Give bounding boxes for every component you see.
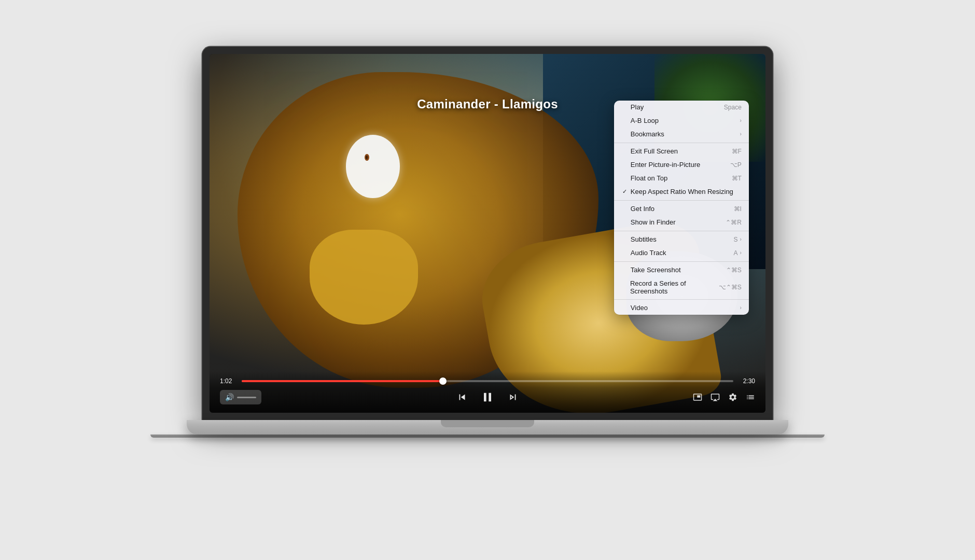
menu-item-float-top[interactable]: Float on Top ⌘T xyxy=(614,172,749,185)
menu-item-exit-fullscreen[interactable]: Exit Full Screen ⌘F xyxy=(614,145,749,158)
video-background: Caminander - Llamigos Play Space xyxy=(210,54,765,413)
menu-item-bookmarks[interactable]: Bookmarks › xyxy=(614,128,749,141)
menu-check-keep-aspect: ✓ xyxy=(621,188,629,195)
controls-right xyxy=(693,393,755,402)
menu-label-screenshot-series: Record a Series of Screenshots xyxy=(630,279,719,295)
progress-track[interactable] xyxy=(242,380,733,382)
menu-item-show-finder[interactable]: Show in Finder ⌃⌘R xyxy=(614,216,749,229)
menu-shortcut-exit-fullscreen: ⌘F xyxy=(732,148,742,155)
menu-sep-1 xyxy=(614,143,749,143)
menu-sep-4 xyxy=(614,261,749,262)
controls-left: 🔊 xyxy=(220,390,261,404)
menu-arrow-audio-track: › xyxy=(740,250,742,256)
laptop-screen: Caminander - Llamigos Play Space xyxy=(210,54,765,413)
menu-shortcut-subtitles: S xyxy=(733,236,737,243)
menu-shortcut-show-finder: ⌃⌘R xyxy=(726,219,742,226)
menu-item-play[interactable]: Play Space xyxy=(614,101,749,114)
laptop-notch xyxy=(441,420,534,427)
total-time: 2:30 xyxy=(739,377,755,385)
settings-button[interactable] xyxy=(728,393,737,402)
menu-shortcut-pip: ⌥P xyxy=(730,161,742,169)
laptop-base xyxy=(187,420,788,435)
menu-item-subtitles[interactable]: Subtitles S › xyxy=(614,233,749,246)
menu-shortcut-float-top: ⌘T xyxy=(732,175,742,182)
skip-fwd-button[interactable] xyxy=(507,391,519,403)
menu-item-video[interactable]: Video › xyxy=(614,301,749,315)
menu-arrow-video: › xyxy=(740,305,742,311)
menu-label-bookmarks: Bookmarks xyxy=(631,130,664,138)
menu-label-float-top: Float on Top xyxy=(631,174,667,182)
skip-back-button[interactable] xyxy=(456,391,468,403)
menu-arrow-bookmarks: › xyxy=(740,131,742,137)
video-title: Caminander - Llamigos xyxy=(417,97,558,111)
menu-sep-2 xyxy=(614,200,749,201)
context-menu: Play Space A-B Loop › xyxy=(614,101,749,315)
menu-label-screenshot: Take Screenshot xyxy=(631,266,681,274)
progress-fill xyxy=(242,380,443,382)
menu-label-get-info: Get Info xyxy=(631,205,654,213)
menu-label-audio-track: Audio Track xyxy=(631,249,666,257)
laptop-feet xyxy=(150,435,825,438)
animal-eye-white xyxy=(346,135,400,198)
menu-item-get-info[interactable]: Get Info ⌘I xyxy=(614,202,749,216)
player-controls: 1:02 2:30 🔊 xyxy=(210,371,765,413)
menu-label-ab-loop: A-B Loop xyxy=(631,117,659,124)
airplay-button[interactable] xyxy=(711,393,720,402)
menu-item-audio-track[interactable]: Audio Track A › xyxy=(614,246,749,260)
pause-button[interactable] xyxy=(480,390,495,404)
eye-center xyxy=(366,156,368,159)
progress-thumb xyxy=(439,377,447,385)
menu-item-ab-loop[interactable]: A-B Loop › xyxy=(614,114,749,128)
menu-shortcut-screenshot: ⌃⌘S xyxy=(726,267,742,274)
menu-label-pip: Enter Picture-in-Picture xyxy=(631,161,700,169)
menu-label-video: Video xyxy=(631,304,648,312)
menu-item-pip[interactable]: Enter Picture-in-Picture ⌥P xyxy=(614,158,749,172)
menu-arrow-ab-loop: › xyxy=(740,118,742,123)
laptop-screen-outer: Caminander - Llamigos Play Space xyxy=(202,47,773,420)
animal-eye-pupil xyxy=(365,154,369,161)
menu-shortcut-screenshot-series: ⌥⌃⌘S xyxy=(719,284,742,291)
volume-button[interactable]: 🔊 xyxy=(220,390,261,404)
progress-bar-row: 1:02 2:30 xyxy=(220,377,755,385)
menu-item-screenshot-series[interactable]: Record a Series of Screenshots ⌥⌃⌘S xyxy=(614,277,749,298)
menu-sep-3 xyxy=(614,231,749,231)
volume-icon: 🔊 xyxy=(225,393,234,401)
menu-item-screenshot[interactable]: Take Screenshot ⌃⌘S xyxy=(614,263,749,277)
menu-label-exit-fullscreen: Exit Full Screen xyxy=(631,147,678,155)
volume-bar xyxy=(237,397,256,398)
menu-shortcut-audio-track: A xyxy=(733,249,737,257)
menu-label-show-finder: Show in Finder xyxy=(631,218,676,226)
menu-label-subtitles: Subtitles xyxy=(631,235,657,243)
pip-button[interactable] xyxy=(693,393,702,402)
menu-shortcut-get-info: ⌘I xyxy=(734,205,742,213)
controls-center xyxy=(456,390,519,404)
menu-item-keep-aspect[interactable]: ✓ Keep Aspect Ratio When Resizing xyxy=(614,185,749,199)
menu-arrow-subtitles: › xyxy=(740,236,742,242)
controls-row: 🔊 xyxy=(220,390,755,404)
current-time: 1:02 xyxy=(220,377,236,385)
animal-snout xyxy=(310,230,418,325)
menu-sep-5 xyxy=(614,299,749,300)
menu-label-play: Play xyxy=(631,103,644,111)
menu-shortcut-play: Space xyxy=(724,104,742,111)
playlist-button[interactable] xyxy=(746,393,755,402)
laptop-wrapper: Caminander - Llamigos Play Space xyxy=(176,47,799,513)
menu-label-keep-aspect: Keep Aspect Ratio When Resizing xyxy=(631,188,733,195)
